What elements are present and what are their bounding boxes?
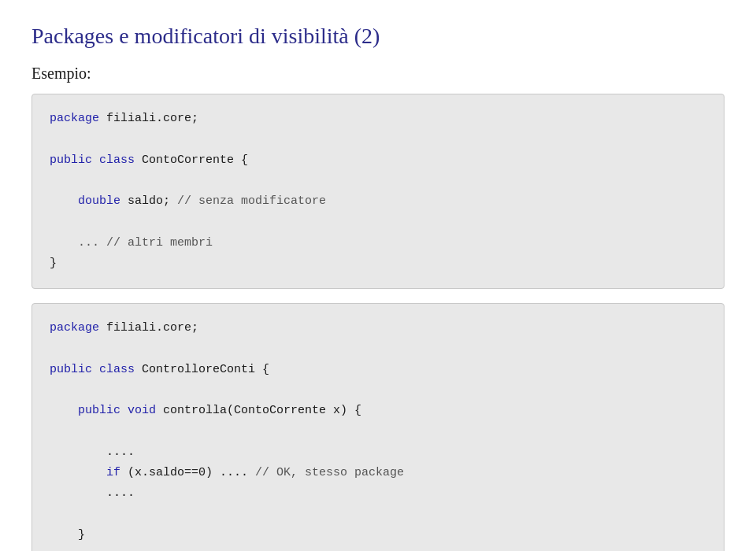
esempio-label: Esempio: bbox=[32, 65, 724, 83]
code-block-1: package filiali.core; public class Conto… bbox=[32, 94, 724, 289]
main-content: Packages e modificatori di visibilità (2… bbox=[0, 0, 756, 551]
code-block-2: package filiali.core; public class Contr… bbox=[32, 303, 724, 551]
code-block-1-content: package filiali.core; public class Conto… bbox=[50, 109, 706, 274]
code-block-2-content: package filiali.core; public class Contr… bbox=[50, 318, 706, 551]
slide-title: Packages e modificatori di visibilità (2… bbox=[32, 24, 724, 49]
